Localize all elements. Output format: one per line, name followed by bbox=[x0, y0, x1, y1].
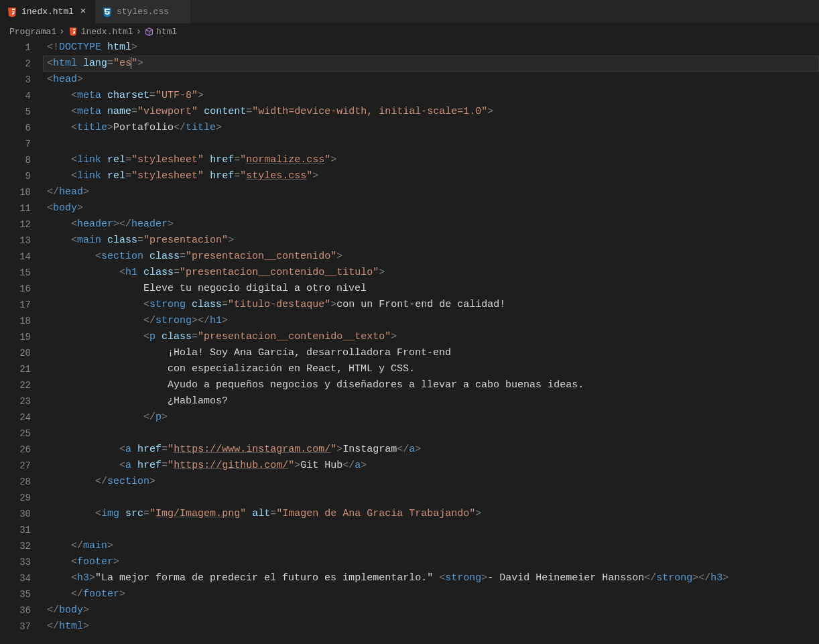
code-line[interactable]: <img src="Img/Imagem.png" alt="Imagen de… bbox=[43, 506, 819, 522]
code-line[interactable]: <meta name="viewport" content="width=dev… bbox=[43, 104, 819, 120]
line-number: 33 bbox=[0, 554, 31, 570]
line-number: 25 bbox=[0, 426, 31, 442]
line-number: 5 bbox=[0, 104, 31, 120]
line-number: 35 bbox=[0, 586, 31, 602]
code-line[interactable]: <footer> bbox=[43, 554, 819, 570]
code-line[interactable]: <html lang="es"> bbox=[43, 56, 819, 72]
code-line[interactable]: Ayudo a pequeños negocios y diseñadores … bbox=[43, 377, 819, 393]
line-number: 37 bbox=[0, 619, 31, 635]
tab-label: styles.css bbox=[117, 7, 169, 17]
code-line[interactable]: ¡Hola! Soy Ana García, desarrolladora Fr… bbox=[43, 345, 819, 361]
line-number: 16 bbox=[0, 281, 31, 297]
line-number: 20 bbox=[0, 345, 31, 361]
tab-label: inedx.html bbox=[21, 7, 74, 17]
code-line[interactable]: </footer> bbox=[43, 586, 819, 602]
code-line[interactable]: <p class="presentacion__contenido__texto… bbox=[43, 329, 819, 345]
code-line[interactable]: <section class="presentacion__contenido"… bbox=[43, 249, 819, 265]
breadcrumb-item[interactable]: html bbox=[156, 27, 177, 37]
code-line[interactable]: <title>Portafolio</title> bbox=[43, 120, 819, 136]
breadcrumb-item[interactable]: inedx.html bbox=[81, 27, 133, 37]
line-number: 7 bbox=[0, 136, 31, 152]
code-line[interactable] bbox=[43, 426, 819, 442]
line-number: 31 bbox=[0, 522, 31, 538]
line-number: 1 bbox=[0, 40, 31, 56]
line-number: 29 bbox=[0, 490, 31, 506]
tab-inedx-html[interactable]: inedx.html× bbox=[0, 0, 95, 23]
chevron-right-icon: › bbox=[136, 26, 141, 37]
line-number: 2 bbox=[0, 56, 31, 72]
line-number: 21 bbox=[0, 361, 31, 377]
line-number: 27 bbox=[0, 458, 31, 474]
breadcrumb-item[interactable]: Programa1 bbox=[9, 27, 56, 37]
code-line[interactable]: <body> bbox=[43, 200, 819, 216]
line-number: 12 bbox=[0, 216, 31, 233]
symbol-icon bbox=[144, 27, 153, 36]
line-number: 30 bbox=[0, 506, 31, 522]
line-number: 24 bbox=[0, 409, 31, 426]
breadcrumb: Programa1 › inedx.html › html bbox=[0, 23, 819, 40]
code-line[interactable]: </section> bbox=[43, 474, 819, 490]
code-line[interactable]: </html> bbox=[43, 619, 819, 635]
line-number: 11 bbox=[0, 200, 31, 216]
code-line[interactable]: <a href="https://github.com/">Git Hub</a… bbox=[43, 458, 819, 474]
code-line[interactable] bbox=[43, 136, 819, 152]
code-line[interactable]: </body> bbox=[43, 602, 819, 619]
code-line[interactable]: </head> bbox=[43, 184, 819, 200]
line-number: 13 bbox=[0, 233, 31, 249]
code-line[interactable]: <header></header> bbox=[43, 216, 819, 233]
tab-styles-css[interactable]: styles.css× bbox=[95, 0, 190, 23]
code-line[interactable]: <meta charset="UTF-8"> bbox=[43, 88, 819, 104]
line-number: 9 bbox=[0, 168, 31, 184]
code-line[interactable]: <head> bbox=[43, 72, 819, 88]
line-number: 14 bbox=[0, 249, 31, 265]
code-line[interactable]: <main class="presentacion"> bbox=[43, 233, 819, 249]
code-line[interactable]: <!DOCTYPE html> bbox=[43, 40, 819, 56]
line-number: 36 bbox=[0, 602, 31, 619]
line-number: 10 bbox=[0, 184, 31, 200]
html5-icon bbox=[68, 26, 78, 37]
line-number: 3 bbox=[0, 72, 31, 88]
code-line[interactable]: Eleve tu negocio digital a otro nivel bbox=[43, 281, 819, 297]
code-line[interactable]: <strong class="titulo-destaque">con un F… bbox=[43, 297, 819, 313]
code-line[interactable]: </main> bbox=[43, 538, 819, 554]
code-line[interactable]: <h3>"La mejor forma de predecir el futur… bbox=[43, 570, 819, 586]
code-line[interactable]: </p> bbox=[43, 409, 819, 426]
code-line[interactable] bbox=[43, 522, 819, 538]
close-icon[interactable]: × bbox=[78, 7, 88, 17]
code-line[interactable]: con especialización en React, HTML y CSS… bbox=[43, 361, 819, 377]
line-number: 34 bbox=[0, 570, 31, 586]
code-line[interactable]: <link rel="stylesheet" href="normalize.c… bbox=[43, 152, 819, 168]
line-number: 6 bbox=[0, 120, 31, 136]
line-number: 32 bbox=[0, 538, 31, 554]
line-number: 18 bbox=[0, 313, 31, 329]
tab-bar: inedx.html×styles.css× bbox=[0, 0, 819, 23]
line-number: 22 bbox=[0, 377, 31, 393]
code-line[interactable]: <link rel="stylesheet" href="styles.css"… bbox=[43, 168, 819, 184]
line-number: 19 bbox=[0, 329, 31, 345]
line-number: 4 bbox=[0, 88, 31, 104]
code-line[interactable]: ¿Hablamos? bbox=[43, 393, 819, 409]
line-number: 23 bbox=[0, 393, 31, 409]
line-number: 17 bbox=[0, 297, 31, 313]
line-number: 26 bbox=[0, 442, 31, 458]
line-number: 28 bbox=[0, 474, 31, 490]
html5-icon bbox=[7, 7, 17, 17]
code-line[interactable]: <a href="https://www.instagram.com/">Ins… bbox=[43, 442, 819, 458]
css3-icon bbox=[102, 7, 113, 17]
editor[interactable]: 1234567891011121314151617181920212223242… bbox=[0, 40, 819, 644]
code-area[interactable]: <!DOCTYPE html><html lang="es"><head> <m… bbox=[43, 40, 819, 644]
line-number: 8 bbox=[0, 152, 31, 168]
chevron-right-icon: › bbox=[59, 26, 64, 37]
code-line[interactable]: </strong></h1> bbox=[43, 313, 819, 329]
line-number-gutter: 1234567891011121314151617181920212223242… bbox=[0, 40, 43, 644]
code-line[interactable]: <h1 class="presentacion__contenido__titu… bbox=[43, 265, 819, 281]
line-number: 15 bbox=[0, 265, 31, 281]
code-line[interactable] bbox=[43, 490, 819, 506]
